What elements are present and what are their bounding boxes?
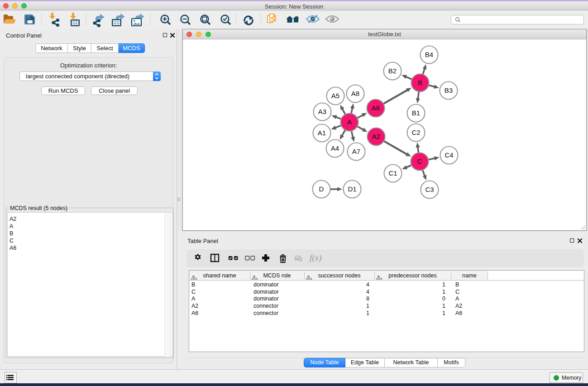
svg-text:D1: D1 (348, 185, 356, 193)
svg-text:A8: A8 (351, 90, 359, 97)
svg-text:A4: A4 (331, 144, 339, 152)
svg-text:C2: C2 (411, 129, 420, 136)
svg-text:C1: C1 (388, 169, 397, 177)
svg-text:A6: A6 (372, 104, 380, 112)
svg-text:B1: B1 (412, 109, 420, 117)
svg-text:B3: B3 (445, 86, 453, 94)
svg-text:C: C (417, 157, 422, 165)
svg-text:B: B (418, 79, 422, 86)
svg-text:C4: C4 (445, 151, 453, 159)
svg-text:A2: A2 (372, 133, 380, 140)
svg-text:f(x): f(x) (310, 253, 321, 263)
svg-text:C3: C3 (425, 186, 434, 193)
svg-text:A3: A3 (318, 108, 326, 115)
svg-text:B2: B2 (388, 67, 397, 75)
svg-text:A5: A5 (331, 92, 339, 100)
svg-text:A: A (347, 118, 352, 126)
svg-text:B4: B4 (425, 51, 433, 58)
svg-text:D: D (319, 185, 324, 193)
svg-text:A1: A1 (318, 129, 326, 137)
svg-text:A7: A7 (352, 148, 360, 155)
